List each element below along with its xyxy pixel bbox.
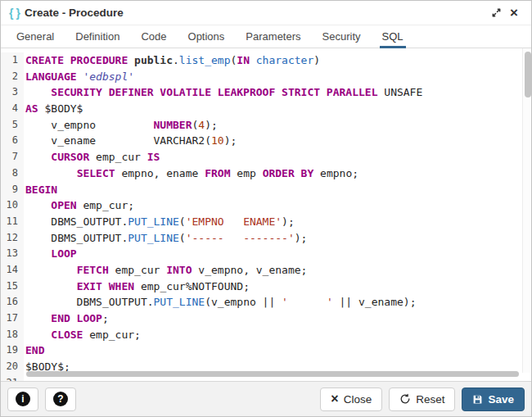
line-number: 13 bbox=[1, 246, 24, 262]
horizontal-scrollbar-thumb[interactable] bbox=[26, 371, 519, 377]
line-number: 10 bbox=[1, 197, 24, 214]
tab-general[interactable]: General bbox=[6, 25, 65, 48]
line-number: 5 bbox=[1, 117, 24, 134]
line-text: DBMS_OUTPUT.PUT_LINE(v_empno || ' ' || v… bbox=[24, 294, 531, 310]
braces-icon: { } bbox=[9, 7, 21, 20]
title-bar: { } Create - Procedure × bbox=[1, 1, 531, 25]
code-line: 5 v_empno NUMBER(4); bbox=[1, 117, 531, 134]
line-number: 15 bbox=[1, 279, 24, 295]
expand-diagonal-icon[interactable] bbox=[487, 4, 505, 22]
help-button[interactable]: ? bbox=[45, 388, 76, 411]
code-line: 11 DBMS_OUTPUT.PUT_LINE('EMPNO ENAME'); bbox=[1, 214, 531, 230]
save-button-label: Save bbox=[488, 393, 514, 406]
code-area: 1CREATE PROCEDURE public.list_emp(IN cha… bbox=[1, 48, 531, 381]
code-line: 6 v_ename VARCHAR2(10); bbox=[1, 133, 531, 149]
vertical-scrollbar[interactable] bbox=[522, 48, 531, 373]
code-line: 1CREATE PROCEDURE public.list_emp(IN cha… bbox=[1, 52, 531, 69]
line-number: 4 bbox=[1, 101, 24, 117]
dialog-title: Create - Procedure bbox=[25, 7, 124, 19]
code-line: 3 SECURITY DEFINER VOLATILE LEAKPROOF ST… bbox=[1, 84, 531, 101]
code-line: 9BEGIN bbox=[1, 182, 531, 198]
code-line: 17 END LOOP; bbox=[1, 310, 531, 327]
sql-editor[interactable]: 1CREATE PROCEDURE public.list_emp(IN cha… bbox=[1, 48, 531, 381]
line-text: CREATE PROCEDURE public.list_emp(IN char… bbox=[24, 52, 531, 69]
save-floppy-icon bbox=[472, 394, 483, 405]
line-number: 3 bbox=[1, 84, 24, 101]
line-number: 9 bbox=[1, 182, 24, 198]
line-text: FETCH emp_cur INTO v_empno, v_ename; bbox=[24, 262, 531, 279]
line-number: 2 bbox=[1, 69, 24, 85]
line-text: OPEN emp_cur; bbox=[24, 197, 531, 214]
line-text: v_empno NUMBER(4); bbox=[24, 117, 531, 134]
tab-sql[interactable]: SQL bbox=[372, 25, 414, 48]
tab-code[interactable]: Code bbox=[130, 25, 177, 48]
line-number: 1 bbox=[1, 52, 24, 69]
code-line: 12 DBMS_OUTPUT.PUT_LINE('----- -------')… bbox=[1, 230, 531, 247]
close-button[interactable]: × Close bbox=[320, 388, 382, 411]
line-text: EXIT WHEN emp_cur%NOTFOUND; bbox=[24, 279, 531, 295]
save-button[interactable]: Save bbox=[462, 388, 525, 411]
line-number: 14 bbox=[1, 262, 24, 279]
code-scroller: 1CREATE PROCEDURE public.list_emp(IN cha… bbox=[1, 48, 531, 381]
horizontal-scrollbar[interactable] bbox=[25, 371, 521, 378]
tab-definition[interactable]: Definition bbox=[65, 25, 130, 48]
line-text: LANGUAGE 'edbspl' bbox=[24, 69, 531, 85]
tab-bar: GeneralDefinitionCodeOptionsParametersSe… bbox=[1, 25, 531, 48]
code-line: 2LANGUAGE 'edbspl' bbox=[1, 69, 531, 85]
line-text: AS $BODY$ bbox=[24, 101, 531, 117]
code-line: 14 FETCH emp_cur INTO v_empno, v_ename; bbox=[1, 262, 531, 279]
tab-options[interactable]: Options bbox=[178, 25, 236, 48]
line-text: END LOOP; bbox=[24, 310, 531, 327]
line-text: BEGIN bbox=[24, 182, 531, 198]
code-line: 15 EXIT WHEN emp_cur%NOTFOUND; bbox=[1, 279, 531, 295]
line-number: 18 bbox=[1, 327, 24, 343]
line-number: 20 bbox=[1, 359, 24, 375]
close-button-label: Close bbox=[344, 393, 372, 406]
vertical-scrollbar-thumb[interactable] bbox=[525, 52, 531, 97]
line-text: v_ename VARCHAR2(10); bbox=[24, 133, 531, 149]
line-number: 8 bbox=[1, 165, 24, 182]
line-text: DBMS_OUTPUT.PUT_LINE('----- -------'); bbox=[24, 230, 531, 247]
close-button-x-icon: × bbox=[331, 392, 338, 406]
line-number: 21 bbox=[1, 375, 24, 381]
info-button[interactable]: i bbox=[7, 388, 38, 411]
tab-parameters[interactable]: Parameters bbox=[235, 25, 311, 48]
line-number: 17 bbox=[1, 310, 24, 327]
question-circle-icon: ? bbox=[53, 392, 68, 406]
line-number: 19 bbox=[1, 342, 24, 359]
tab-security[interactable]: Security bbox=[312, 25, 372, 48]
code-line: 13 LOOP bbox=[1, 246, 531, 262]
code-line: 7 CURSOR emp_cur IS bbox=[1, 149, 531, 165]
line-text: SECURITY DEFINER VOLATILE LEAKPROOF STRI… bbox=[24, 84, 531, 101]
footer-bar: i ? × Close Reset bbox=[1, 381, 531, 416]
code-line: 8 SELECT empno, ename FROM emp ORDER BY … bbox=[1, 165, 531, 182]
line-text: CLOSE emp_cur; bbox=[24, 327, 531, 343]
line-text: SELECT empno, ename FROM emp ORDER BY em… bbox=[24, 165, 531, 182]
line-number: 7 bbox=[1, 149, 24, 165]
line-text: END bbox=[24, 342, 531, 359]
reset-icon bbox=[399, 393, 411, 405]
create-procedure-dialog: { } Create - Procedure × GeneralDefiniti… bbox=[0, 0, 532, 417]
line-number: 11 bbox=[1, 214, 24, 230]
line-text: DBMS_OUTPUT.PUT_LINE('EMPNO ENAME'); bbox=[24, 214, 531, 230]
info-circle-icon: i bbox=[16, 392, 30, 406]
code-line: 4AS $BODY$ bbox=[1, 101, 531, 117]
reset-button[interactable]: Reset bbox=[389, 388, 455, 411]
line-text: CURSOR emp_cur IS bbox=[24, 149, 531, 165]
reset-button-label: Reset bbox=[416, 393, 444, 406]
close-x-icon[interactable]: × bbox=[505, 4, 523, 22]
code-line: 16 DBMS_OUTPUT.PUT_LINE(v_empno || ' ' |… bbox=[1, 294, 531, 310]
line-text: LOOP bbox=[24, 246, 531, 262]
line-number: 6 bbox=[1, 133, 24, 149]
code-line: 18 CLOSE emp_cur; bbox=[1, 327, 531, 343]
code-line: 19END bbox=[1, 342, 531, 359]
line-number: 12 bbox=[1, 230, 24, 247]
line-number: 16 bbox=[1, 294, 24, 310]
code-line: 10 OPEN emp_cur; bbox=[1, 197, 531, 214]
